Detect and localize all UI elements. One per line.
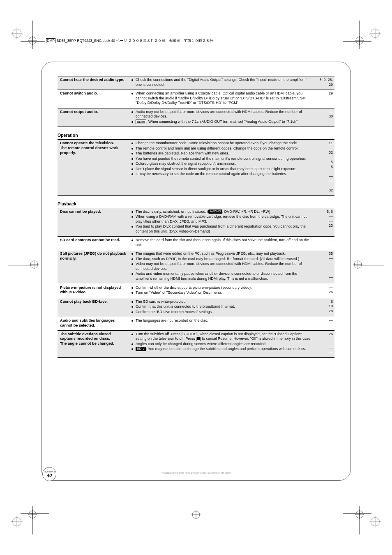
filename-rest: -BD55_35PP-RQT9243_ENG.book 40 ページ ２００８年… <box>55 39 213 43</box>
causes-cell: Remove the card from the slot and then i… <box>129 237 316 250</box>
cause-item: The SD card is write-protected. <box>131 299 313 304</box>
table-row: Audio and subtitles languages cannot be … <box>58 317 334 331</box>
causes-cell: Turn the subtitles off. Press [STATUS], … <box>129 330 316 358</box>
table-row: The subtitle overlaps closed captions re… <box>58 330 334 358</box>
cause-item: Don't place the signal sensor in direct … <box>131 167 313 172</box>
cause-item: The languages are not recorded on the di… <box>131 318 313 323</box>
page-ref-cell: — 30 <box>316 108 334 127</box>
table-row: Cannot operate the television.The remote… <box>58 140 334 196</box>
crop-mark-mid-bottom <box>188 507 204 523</box>
svg-point-18 <box>192 511 200 518</box>
svg-point-3 <box>356 37 363 44</box>
page-ref-cell: 11 32 5 5 — — 32 <box>316 140 334 196</box>
symptom-cell: Audio and subtitles languages cannot be … <box>58 317 129 331</box>
causes-cell: Check the connections and the "Digital A… <box>129 76 316 90</box>
page-ref-cell: — 26 <box>316 284 334 298</box>
causes-cell: Confirm whether the disc supports pictur… <box>129 284 316 298</box>
cause-item: You tried to play DivX content that was … <box>131 224 313 234</box>
table-row: Cannot hear the desired audio type.Check… <box>58 76 334 90</box>
cause-item: The remote control and main unit are usi… <box>131 146 313 151</box>
troubleshoot-table-playback: Disc cannot be played.The disc is dirty,… <box>58 208 334 358</box>
cause-item: Check the connections and the "Digital A… <box>131 78 313 87</box>
page-ref-cell: 6 10 28 <box>316 298 334 317</box>
section-head-operation: Operation <box>58 133 334 138</box>
crop-mark-mid-right <box>347 257 380 290</box>
crop-mark-bottom-left <box>12 493 45 526</box>
causes-cell: When connecting an amplifier using a Coa… <box>129 90 316 108</box>
crop-mark-top-left <box>12 29 45 62</box>
page-ref-cell: 29 <box>316 90 334 108</box>
cause-item: The images that were edited on the PC, s… <box>131 251 313 256</box>
causes-cell: The SD card is write-protected.Confirm t… <box>129 298 316 317</box>
symptom-cell: Cannot switch audio. <box>58 90 129 108</box>
symptom-cell: The subtitle overlaps closed captions re… <box>58 330 129 358</box>
cause-item: Confirm whether the disc supports pictur… <box>131 286 313 290</box>
table-row: Cannot switch audio.When connecting an a… <box>58 90 334 108</box>
cause-item: When using a DVD-RAM with a removable ca… <box>131 214 313 224</box>
svg-point-15 <box>354 261 362 268</box>
page-number: 40 <box>47 473 52 478</box>
cause-item: BD55: When connecting with the 7.1ch AUD… <box>131 120 313 124</box>
symptom-cell: Disc cannot be played. <box>58 208 129 237</box>
causes-cell: Change the manufacturer code. Some telev… <box>129 140 316 196</box>
symptom-cell: Cannot hear the desired audio type. <box>58 76 129 90</box>
svg-point-9 <box>356 511 363 518</box>
cause-item: The data, such as DPOF, in the card may … <box>131 257 313 262</box>
crop-mark-mid-left <box>12 257 45 290</box>
crop-mark-bottom-right <box>347 493 380 526</box>
cause-item: You have not pointed the remote control … <box>131 157 313 161</box>
symptom-cell: Cannot output audio. <box>58 108 129 127</box>
symptom-cell: Still pictures (JPEG) do not playback no… <box>58 250 129 284</box>
crop-mark-top-right <box>347 29 380 62</box>
section-head-playback: Playback <box>58 201 334 206</box>
cause-item: The disc is dirty, scratched, or not fin… <box>131 210 313 214</box>
page-ref-cell: 5, 6 — — 23 <box>316 208 334 237</box>
cause-item: Audio may not be output if 4 or more dev… <box>131 110 313 119</box>
page-number-circle: RQT9243 40 <box>42 467 56 481</box>
symptom-cell: SD card contents cannot be read. <box>58 237 129 250</box>
table-row: Cannot output audio.Audio may not be out… <box>58 108 334 127</box>
page-ref-cell: 35 — — — <box>316 250 334 284</box>
cause-item: It may be necessary to set the code on t… <box>131 172 313 177</box>
cause-item: Colored glass may obstruct the signal re… <box>131 161 313 166</box>
svg-point-12 <box>30 261 38 268</box>
table-row: SD card contents cannot be read.Remove t… <box>58 237 334 250</box>
symptom-cell: Cannot play back BD-Live. <box>58 298 129 317</box>
svg-point-6 <box>29 511 36 518</box>
causes-cell: The images that were edited on the PC, s… <box>129 250 316 284</box>
cause-item: Turn on "Video" of "Secondary Video" on … <box>131 290 313 295</box>
causes-cell: The languages are not recorded on the di… <box>129 317 316 331</box>
cause-item: Angles can only be changed during scenes… <box>131 342 313 347</box>
footer-attribution: Downloaded From Disc-Player.com Panasoni… <box>161 472 232 474</box>
cause-item: Confirm that this unit is connected to t… <box>131 304 313 309</box>
symptom-cell: Picture-in-picture is not displayed with… <box>58 284 129 298</box>
causes-cell: Audio may not be output if 4 or more dev… <box>129 108 316 127</box>
content-area: Cannot hear the desired audio type.Check… <box>58 76 334 364</box>
cause-item: Turn the subtitles off. Press [STATUS], … <box>131 332 313 341</box>
page-ref-cell: — <box>316 237 334 250</box>
troubleshoot-table-operation: Cannot operate the television.The remote… <box>58 139 334 196</box>
page-ref-cell: 26 — — <box>316 330 334 358</box>
symptom-cell: Cannot operate the television.The remote… <box>58 140 129 196</box>
table-row: Disc cannot be played.The disc is dirty,… <box>58 208 334 237</box>
cause-item: The batteries are depleted. Replace them… <box>131 151 313 156</box>
causes-cell: The disc is dirty, scratched, or not fin… <box>129 208 316 237</box>
table-row: Picture-in-picture is not displayed with… <box>58 284 334 298</box>
cause-item: BD-V: You may not be able to change the … <box>131 347 313 352</box>
cause-item: Video may not be output if 4 or more dev… <box>131 262 313 271</box>
page-ref-cell: 8, 9, 28, 29 <box>316 76 334 90</box>
proof-header: DMP-BD55_35PP-RQT9243_ENG.book 40 ページ ２０… <box>45 39 214 44</box>
cause-item: Remove the card from the slot and then i… <box>131 238 313 247</box>
filename-boxed: DMP <box>46 38 55 43</box>
bdv-badge: BD-V <box>136 347 146 351</box>
avchd-badge: AVCHD <box>208 210 222 214</box>
bd55-badge: BD55 <box>136 120 146 124</box>
cause-item: Change the manufacturer code. Some telev… <box>131 141 313 146</box>
cause-item: Audio and video momentarily pause when a… <box>131 272 313 281</box>
table-row: Still pictures (JPEG) do not playback no… <box>58 250 334 284</box>
troubleshoot-table-audio: Cannot hear the desired audio type.Check… <box>58 76 334 127</box>
stop-icon <box>197 337 200 340</box>
cause-item: Confirm the "BD-Live Internet Access" se… <box>131 310 313 315</box>
table-row: Cannot play back BD-Live.The SD card is … <box>58 298 334 317</box>
page-ref-cell: — <box>316 317 334 331</box>
